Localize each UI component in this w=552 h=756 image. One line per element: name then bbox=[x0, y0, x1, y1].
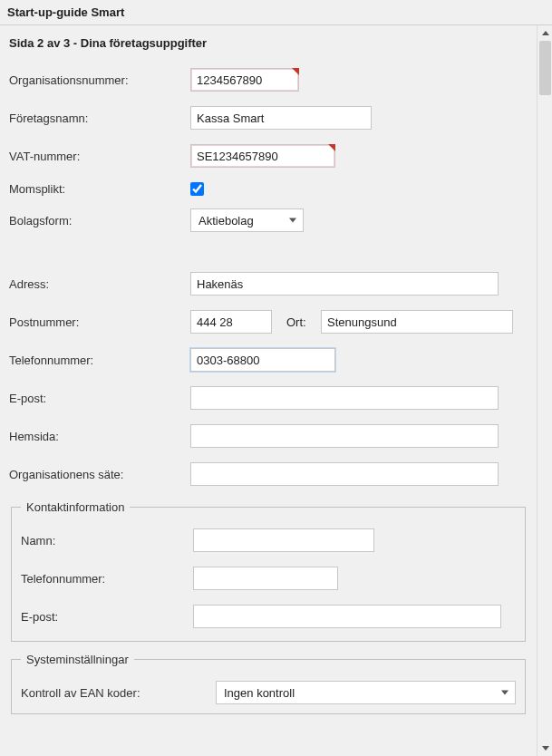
page-heading: Sida 2 av 3 - Dina företagsuppgifter bbox=[0, 25, 537, 68]
contact-phone-input[interactable] bbox=[193, 567, 338, 590]
postnummer-input[interactable] bbox=[190, 310, 272, 334]
arrow-down-icon bbox=[542, 746, 549, 751]
label-postnummer: Postnummer: bbox=[9, 315, 190, 329]
scroll-down-button[interactable] bbox=[537, 741, 552, 756]
contact-name-input[interactable] bbox=[193, 528, 374, 552]
window-title: Start-up-guide Smart bbox=[0, 0, 552, 25]
adress-input[interactable] bbox=[190, 272, 499, 296]
arrow-up-icon bbox=[542, 31, 549, 35]
company-name-input[interactable] bbox=[190, 106, 372, 130]
org-number-input[interactable] bbox=[190, 68, 299, 92]
telefon-input[interactable] bbox=[190, 348, 335, 372]
label-org-number: Organisationsnummer: bbox=[9, 73, 190, 87]
ean-selected-value: Ingen kontroll bbox=[224, 686, 295, 700]
vertical-scrollbar[interactable] bbox=[537, 25, 552, 756]
label-company-name: Företagsnamn: bbox=[9, 111, 190, 125]
bolagsform-selected-value: Aktiebolag bbox=[199, 214, 254, 228]
validation-corner-icon bbox=[328, 144, 335, 151]
label-momsplikt: Momsplikt: bbox=[9, 182, 190, 196]
contact-legend: Kontaktinformation bbox=[21, 500, 130, 514]
label-contact-phone: Telefonnummer: bbox=[21, 572, 193, 586]
label-vat: VAT-nummer: bbox=[9, 150, 190, 163]
epost-input[interactable] bbox=[190, 386, 499, 410]
scroll-up-button[interactable] bbox=[537, 25, 552, 41]
system-group: Systeminställningar Kontroll av EAN kode… bbox=[11, 653, 526, 714]
hemsida-input[interactable] bbox=[190, 424, 499, 448]
ort-input[interactable] bbox=[321, 310, 513, 334]
system-legend: Systeminställningar bbox=[21, 653, 134, 666]
ean-control-select[interactable]: Ingen kontroll bbox=[216, 681, 516, 704]
contact-group: Kontaktinformation Namn: Telefonnummer: … bbox=[11, 500, 526, 642]
label-contact-email: E-post: bbox=[21, 610, 193, 624]
label-telefon: Telefonnummer: bbox=[9, 354, 190, 367]
label-ean-control: Kontroll av EAN koder: bbox=[21, 686, 216, 700]
label-hemsida: Hemsida: bbox=[9, 430, 190, 443]
label-ort: Ort: bbox=[286, 315, 321, 329]
label-adress: Adress: bbox=[9, 277, 190, 291]
contact-email-input[interactable] bbox=[193, 605, 501, 628]
org-sate-input[interactable] bbox=[190, 462, 499, 486]
label-bolagsform: Bolagsform: bbox=[9, 214, 190, 228]
vat-input[interactable] bbox=[190, 144, 335, 168]
validation-corner-icon bbox=[292, 68, 299, 75]
label-epost: E-post: bbox=[9, 392, 190, 405]
bolagsform-select[interactable]: Aktiebolag bbox=[190, 208, 304, 232]
scrollbar-thumb[interactable] bbox=[539, 41, 551, 95]
label-contact-name: Namn: bbox=[21, 534, 193, 548]
momsplikt-checkbox[interactable] bbox=[190, 182, 204, 196]
label-org-sate: Organisationens säte: bbox=[9, 468, 190, 481]
